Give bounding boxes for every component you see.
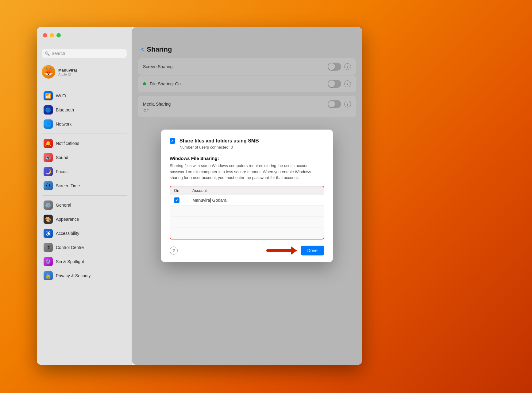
smb-checkbox[interactable] (170, 138, 175, 144)
user-info: Manuviraj Apple ID (58, 68, 127, 76)
sidebar-item-screentime[interactable]: ⏱ Screen Time (39, 179, 130, 193)
avatar: 🦊 (42, 65, 55, 79)
window-controls (43, 33, 61, 37)
sidebar-item-wifi[interactable]: 📶 Wi-Fi (39, 89, 130, 103)
network-icon: 🌐 (44, 119, 53, 129)
sidebar-label-wifi: Wi-Fi (56, 93, 66, 98)
sidebar-item-controlcentre[interactable]: 🎛 Control Centre (39, 241, 130, 254)
table-row-empty-3 (170, 228, 324, 239)
row-1-account: Manuviraj Godara (192, 198, 320, 203)
modal-connected-users: Number of users connected: 0 (179, 145, 259, 150)
notifications-icon: 🔔 (44, 139, 53, 148)
table-header: On Account (170, 186, 324, 195)
modal-overlay: Share files and folders using SMB Number… (132, 27, 362, 365)
wifi-icon: 📶 (44, 91, 53, 100)
search-box[interactable]: 🔍 Search (42, 49, 127, 58)
privacy-icon: 🔒 (44, 271, 53, 280)
general-icon: ⚙️ (44, 200, 53, 210)
sidebar-item-privacy[interactable]: 🔒 Privacy & Security (39, 269, 130, 282)
sidebar-label-sound: Sound (56, 155, 68, 160)
focus-icon: 🌙 (44, 167, 53, 176)
sidebar-divider-2 (42, 134, 127, 134)
sidebar-label-controlcentre: Control Centre (56, 245, 84, 250)
minimize-button[interactable] (50, 33, 54, 37)
sidebar-label-screentime: Screen Time (56, 183, 80, 188)
sidebar-item-appearance[interactable]: 🎨 Appearance (39, 212, 130, 226)
sidebar-label-siri: Siri & Spotlight (56, 259, 84, 264)
accessibility-icon: ♿ (44, 229, 53, 238)
close-button[interactable] (43, 33, 47, 37)
macos-window: 🔍 Search 🦊 Manuviraj Apple ID 📶 Wi-Fi 🔵 … (37, 27, 362, 365)
arrow-shaft (266, 249, 291, 252)
sidebar-item-sound[interactable]: 🔊 Sound (39, 151, 130, 164)
col-account-header: Account (192, 188, 320, 193)
controlcentre-icon: 🎛 (44, 243, 53, 252)
help-button[interactable]: ? (170, 247, 178, 255)
sidebar-divider-3 (42, 195, 127, 196)
sound-icon: 🔊 (44, 153, 53, 162)
windows-sharing-description: Sharing files with some Windows computer… (170, 163, 324, 181)
sidebar-label-bluetooth: Bluetooth (56, 107, 74, 112)
table-row-empty-1 (170, 206, 324, 217)
sidebar-label-general: General (56, 203, 71, 208)
modal-smb-title: Share files and folders using SMB (179, 138, 259, 144)
modal-top: Share files and folders using SMB Number… (170, 138, 324, 150)
sidebar-label-appearance: Appearance (56, 217, 79, 222)
sidebar-label-privacy: Privacy & Security (56, 273, 91, 278)
sidebar-item-bluetooth[interactable]: 🔵 Bluetooth (39, 103, 130, 117)
sidebar: 🔍 Search 🦊 Manuviraj Apple ID 📶 Wi-Fi 🔵 … (37, 27, 132, 365)
search-icon: 🔍 (45, 51, 50, 56)
arrow-head (291, 246, 297, 255)
table-row: Manuviraj Godara (170, 195, 324, 206)
sidebar-label-accessibility: Accessibility (56, 231, 79, 236)
smb-modal: Share files and folders using SMB Number… (161, 130, 333, 262)
bluetooth-icon: 🔵 (44, 105, 53, 115)
col-on-header: On (174, 188, 192, 193)
row-1-checkbox[interactable] (174, 197, 179, 203)
sidebar-item-network[interactable]: 🌐 Network (39, 117, 130, 131)
arrow-annotation (266, 246, 297, 255)
sidebar-label-focus: Focus (56, 169, 67, 174)
accounts-table: On Account Manuviraj Godara (170, 186, 324, 239)
maximize-button[interactable] (56, 33, 61, 37)
sidebar-label-network: Network (56, 122, 71, 126)
user-subtitle: Apple ID (58, 72, 127, 76)
search-placeholder: Search (52, 51, 65, 56)
windows-sharing-section: Windows File Sharing: Sharing files with… (170, 156, 324, 181)
siri-icon: 🔮 (44, 257, 53, 266)
row-1-checkbox-cell (174, 197, 192, 203)
sidebar-divider (42, 86, 127, 86)
modal-title-area: Share files and folders using SMB Number… (179, 138, 259, 150)
table-row-empty-2 (170, 217, 324, 228)
user-name: Manuviraj (58, 68, 127, 72)
appearance-icon: 🎨 (44, 215, 53, 224)
main-content: < Sharing Screen Sharing i File Sharing:… (132, 27, 362, 365)
sidebar-item-notifications[interactable]: 🔔 Notifications (39, 137, 130, 150)
user-profile[interactable]: 🦊 Manuviraj Apple ID (37, 63, 132, 84)
done-area: Done (266, 246, 324, 255)
sidebar-label-notifications: Notifications (56, 141, 79, 146)
done-button[interactable]: Done (301, 246, 324, 255)
windows-sharing-title: Windows File Sharing: (170, 156, 324, 161)
screentime-icon: ⏱ (44, 181, 53, 190)
sidebar-item-siri[interactable]: 🔮 Siri & Spotlight (39, 255, 130, 268)
modal-footer: ? Done (170, 246, 324, 255)
sidebar-item-focus[interactable]: 🌙 Focus (39, 165, 130, 178)
sidebar-item-accessibility[interactable]: ♿ Accessibility (39, 227, 130, 240)
sidebar-item-general[interactable]: ⚙️ General (39, 198, 130, 212)
